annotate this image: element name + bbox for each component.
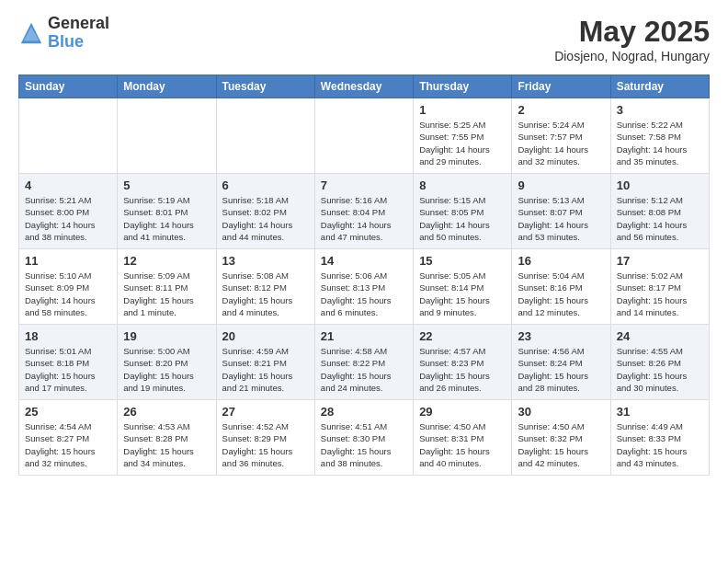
day-header-friday: Friday [512, 75, 610, 98]
day-number: 25 [25, 405, 111, 419]
day-number: 16 [518, 254, 604, 268]
logo-line2: Blue [48, 32, 84, 51]
day-number: 4 [25, 178, 111, 192]
day-number: 1 [419, 103, 506, 117]
day-cell: 19Sunrise: 5:00 AMSunset: 8:20 PMDayligh… [118, 325, 216, 400]
day-number: 2 [518, 103, 604, 117]
day-detail: Sunrise: 4:57 AMSunset: 8:23 PMDaylight:… [419, 345, 506, 394]
day-cell: 6Sunrise: 5:18 AMSunset: 8:02 PMDaylight… [216, 174, 314, 249]
day-cell: 25Sunrise: 4:54 AMSunset: 8:27 PMDayligh… [19, 400, 118, 476]
day-cell: 5Sunrise: 5:19 AMSunset: 8:01 PMDaylight… [118, 174, 216, 249]
day-number: 5 [123, 178, 210, 192]
page: General Blue May 2025 Diosjeno, Nograd, … [0, 0, 728, 490]
day-number: 22 [419, 329, 506, 343]
day-number: 21 [321, 329, 407, 343]
day-cell [216, 98, 314, 174]
day-detail: Sunrise: 5:19 AMSunset: 8:01 PMDaylight:… [123, 194, 210, 243]
title-block: May 2025 Diosjeno, Nograd, Hungary [554, 15, 710, 63]
day-cell: 8Sunrise: 5:15 AMSunset: 8:05 PMDaylight… [414, 174, 512, 249]
day-detail: Sunrise: 5:08 AMSunset: 8:12 PMDaylight:… [222, 270, 309, 318]
day-header-wednesday: Wednesday [314, 75, 413, 98]
day-detail: Sunrise: 5:06 AMSunset: 8:13 PMDaylight:… [321, 270, 407, 318]
day-cell: 12Sunrise: 5:09 AMSunset: 8:11 PMDayligh… [118, 249, 216, 325]
calendar-subtitle: Diosjeno, Nograd, Hungary [554, 49, 710, 63]
day-detail: Sunrise: 4:54 AMSunset: 8:27 PMDaylight:… [25, 420, 111, 469]
day-detail: Sunrise: 5:24 AMSunset: 7:57 PMDaylight:… [518, 119, 604, 167]
day-detail: Sunrise: 4:52 AMSunset: 8:29 PMDaylight:… [222, 420, 309, 469]
day-detail: Sunrise: 5:09 AMSunset: 8:11 PMDaylight:… [123, 270, 210, 318]
day-header-saturday: Saturday [610, 75, 709, 98]
day-cell: 16Sunrise: 5:04 AMSunset: 8:16 PMDayligh… [512, 249, 610, 325]
day-cell: 26Sunrise: 4:53 AMSunset: 8:28 PMDayligh… [118, 400, 216, 476]
day-number: 30 [518, 405, 604, 419]
week-row-4: 18Sunrise: 5:01 AMSunset: 8:18 PMDayligh… [19, 325, 710, 400]
logo-icon [18, 20, 44, 46]
day-detail: Sunrise: 5:05 AMSunset: 8:14 PMDaylight:… [419, 270, 506, 318]
day-detail: Sunrise: 5:25 AMSunset: 7:55 PMDaylight:… [419, 119, 506, 167]
day-number: 8 [419, 178, 506, 192]
day-detail: Sunrise: 5:01 AMSunset: 8:18 PMDaylight:… [25, 345, 111, 394]
header: General Blue May 2025 Diosjeno, Nograd, … [18, 15, 710, 63]
day-number: 18 [25, 329, 111, 343]
day-cell [118, 98, 216, 174]
day-number: 28 [321, 405, 407, 419]
day-header-thursday: Thursday [414, 75, 512, 98]
week-row-3: 11Sunrise: 5:10 AMSunset: 8:09 PMDayligh… [19, 249, 710, 325]
day-cell: 9Sunrise: 5:13 AMSunset: 8:07 PMDaylight… [512, 174, 610, 249]
day-number: 9 [518, 178, 604, 192]
day-number: 20 [222, 329, 309, 343]
week-row-5: 25Sunrise: 4:54 AMSunset: 8:27 PMDayligh… [19, 400, 710, 476]
day-cell: 30Sunrise: 4:50 AMSunset: 8:32 PMDayligh… [512, 400, 610, 476]
day-detail: Sunrise: 5:15 AMSunset: 8:05 PMDaylight:… [419, 194, 506, 243]
day-cell: 24Sunrise: 4:55 AMSunset: 8:26 PMDayligh… [610, 325, 709, 400]
day-cell: 15Sunrise: 5:05 AMSunset: 8:14 PMDayligh… [414, 249, 512, 325]
day-header-sunday: Sunday [19, 75, 118, 98]
day-header-monday: Monday [118, 75, 216, 98]
day-cell: 4Sunrise: 5:21 AMSunset: 8:00 PMDaylight… [19, 174, 118, 249]
header-row: SundayMondayTuesdayWednesdayThursdayFrid… [19, 75, 710, 98]
day-detail: Sunrise: 4:55 AMSunset: 8:26 PMDaylight:… [617, 345, 703, 394]
day-cell: 14Sunrise: 5:06 AMSunset: 8:13 PMDayligh… [314, 249, 413, 325]
calendar-title: May 2025 [554, 15, 710, 49]
day-cell [314, 98, 413, 174]
day-cell: 2Sunrise: 5:24 AMSunset: 7:57 PMDaylight… [512, 98, 610, 174]
day-cell: 22Sunrise: 4:57 AMSunset: 8:23 PMDayligh… [414, 325, 512, 400]
day-detail: Sunrise: 5:04 AMSunset: 8:16 PMDaylight:… [518, 270, 604, 318]
day-header-tuesday: Tuesday [216, 75, 314, 98]
day-detail: Sunrise: 5:18 AMSunset: 8:02 PMDaylight:… [222, 194, 309, 243]
day-cell: 21Sunrise: 4:58 AMSunset: 8:22 PMDayligh… [314, 325, 413, 400]
day-number: 27 [222, 405, 309, 419]
week-row-1: 1Sunrise: 5:25 AMSunset: 7:55 PMDaylight… [19, 98, 710, 174]
day-cell: 27Sunrise: 4:52 AMSunset: 8:29 PMDayligh… [216, 400, 314, 476]
day-cell: 20Sunrise: 4:59 AMSunset: 8:21 PMDayligh… [216, 325, 314, 400]
day-detail: Sunrise: 5:21 AMSunset: 8:00 PMDaylight:… [25, 194, 111, 243]
day-cell: 10Sunrise: 5:12 AMSunset: 8:08 PMDayligh… [610, 174, 709, 249]
day-detail: Sunrise: 4:50 AMSunset: 8:32 PMDaylight:… [518, 420, 604, 469]
day-cell: 31Sunrise: 4:49 AMSunset: 8:33 PMDayligh… [610, 400, 709, 476]
day-detail: Sunrise: 5:16 AMSunset: 8:04 PMDaylight:… [321, 194, 407, 243]
day-detail: Sunrise: 5:12 AMSunset: 8:08 PMDaylight:… [617, 194, 703, 243]
day-number: 12 [123, 254, 210, 268]
day-number: 7 [321, 178, 407, 192]
logo-line1: General [48, 14, 109, 32]
day-detail: Sunrise: 4:58 AMSunset: 8:22 PMDaylight:… [321, 345, 407, 394]
day-cell: 3Sunrise: 5:22 AMSunset: 7:58 PMDaylight… [610, 98, 709, 174]
day-cell [19, 98, 118, 174]
day-detail: Sunrise: 5:10 AMSunset: 8:09 PMDaylight:… [25, 270, 111, 318]
day-number: 23 [518, 329, 604, 343]
calendar-table: SundayMondayTuesdayWednesdayThursdayFrid… [18, 75, 710, 476]
day-detail: Sunrise: 5:13 AMSunset: 8:07 PMDaylight:… [518, 194, 604, 243]
day-cell: 1Sunrise: 5:25 AMSunset: 7:55 PMDaylight… [414, 98, 512, 174]
day-number: 15 [419, 254, 506, 268]
week-row-2: 4Sunrise: 5:21 AMSunset: 8:00 PMDaylight… [19, 174, 710, 249]
day-detail: Sunrise: 4:49 AMSunset: 8:33 PMDaylight:… [617, 420, 703, 469]
day-number: 3 [617, 103, 703, 117]
day-detail: Sunrise: 5:22 AMSunset: 7:58 PMDaylight:… [617, 119, 703, 167]
day-cell: 17Sunrise: 5:02 AMSunset: 8:17 PMDayligh… [610, 249, 709, 325]
day-number: 26 [123, 405, 210, 419]
day-detail: Sunrise: 5:00 AMSunset: 8:20 PMDaylight:… [123, 345, 210, 394]
day-cell: 11Sunrise: 5:10 AMSunset: 8:09 PMDayligh… [19, 249, 118, 325]
day-cell: 28Sunrise: 4:51 AMSunset: 8:30 PMDayligh… [314, 400, 413, 476]
day-number: 13 [222, 254, 309, 268]
day-number: 24 [617, 329, 703, 343]
